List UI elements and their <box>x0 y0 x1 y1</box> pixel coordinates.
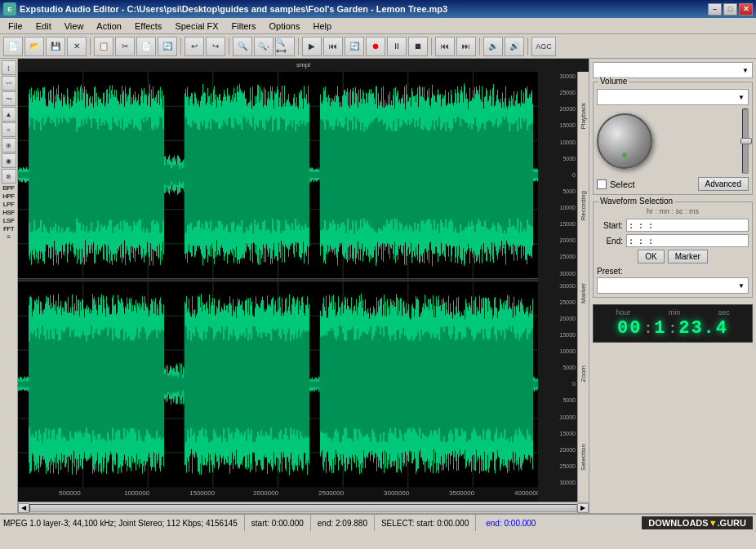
tool-cross[interactable]: ⊗ <box>2 169 16 184</box>
cut-button[interactable]: ✂ <box>115 37 135 56</box>
scroll-right-button[interactable]: ▶ <box>577 503 589 513</box>
volume-group: Volume ▼ <box>593 82 753 195</box>
start-row: Start: <box>597 219 749 232</box>
record-button[interactable]: ⏺ <box>366 37 385 56</box>
knob-indicator <box>622 153 627 157</box>
menu-options[interactable]: Options <box>263 20 307 33</box>
tool-eq[interactable]: ≡ <box>7 233 10 241</box>
tool-lsf[interactable]: LSF <box>3 217 15 224</box>
tool-wave2[interactable]: 〜 <box>2 91 16 106</box>
watermark-arrow: ▼ <box>709 518 718 528</box>
time-format-label: hr : mn : sc : ms <box>597 207 749 215</box>
tool-wave1[interactable]: 〰 <box>2 76 16 91</box>
zoom-out-button[interactable]: 🔍- <box>254 37 273 56</box>
tool-plus[interactable]: ⊕ <box>2 138 16 153</box>
tool-noise[interactable]: ≈ <box>2 122 16 137</box>
ok-button[interactable]: OK <box>638 250 664 263</box>
new-button[interactable]: 📄 <box>3 37 23 56</box>
stop-button[interactable]: ⏹ <box>408 37 428 56</box>
waveform-channel-1[interactable] <box>18 72 538 278</box>
menu-specialfx[interactable]: Special FX <box>168 20 225 33</box>
undo-button[interactable]: ↩ <box>185 37 204 56</box>
menu-view[interactable]: View <box>58 20 91 33</box>
zoom-fit-button[interactable]: 🔍⟷ <box>275 37 295 56</box>
zoom-in-button[interactable]: 🔍 <box>233 37 252 56</box>
select-end-text: end: 0:00.000 <box>486 519 536 528</box>
end-input[interactable] <box>626 234 749 247</box>
refresh-button[interactable]: 🔄 <box>158 37 177 56</box>
waveform-selection-label: Waveform Selection <box>598 197 674 206</box>
scroll-left-button[interactable]: ◀ <box>18 503 29 513</box>
preset-row: Preset: ▼ <box>597 267 749 294</box>
tool-hsf[interactable]: HSF <box>2 209 15 216</box>
toolbar-separator-6 <box>479 38 480 55</box>
watermark-domain: .GURU <box>718 518 746 528</box>
menu-filters[interactable]: Filters <box>225 20 263 33</box>
scroll-track[interactable] <box>29 504 577 512</box>
app-icon: E <box>3 2 16 15</box>
select-label: Select <box>610 179 635 189</box>
menu-edit[interactable]: Edit <box>29 20 58 33</box>
minimize-button[interactable]: – <box>708 3 722 15</box>
end-label: End: <box>597 237 623 246</box>
waveform-area[interactable]: 500000 1000000 1500000 2000000 2500000 3… <box>18 72 538 502</box>
save-button[interactable]: 💾 <box>46 37 65 56</box>
volume-slider-track[interactable] <box>742 108 749 174</box>
volume-slider-thumb[interactable] <box>740 138 752 144</box>
preset-dropdown[interactable]: ▼ <box>597 277 749 294</box>
next-button[interactable]: ⏭ <box>456 37 476 56</box>
horizontal-scrollbar[interactable]: ◀ ▶ <box>18 502 589 513</box>
volume-slider-container <box>742 108 749 174</box>
start-input[interactable] <box>626 219 749 232</box>
loop-button[interactable]: 🔄 <box>345 37 364 56</box>
tool-arrow[interactable]: ↕ <box>2 60 16 75</box>
menu-help[interactable]: Help <box>306 20 338 33</box>
menu-action[interactable]: Action <box>90 20 128 33</box>
advanced-button[interactable]: Advanced <box>698 177 749 191</box>
watermark-text: DOWNLOADS <box>648 518 708 528</box>
format-text: MPEG 1.0 layer-3; 44,100 kHz; Joint Ster… <box>3 519 238 528</box>
label-recording: Recording <box>578 189 589 222</box>
tool-circle[interactable]: ◉ <box>2 153 16 168</box>
ws-buttons: OK Marker <box>597 250 749 263</box>
volume-knob[interactable] <box>597 113 652 169</box>
play-button[interactable]: ▶ <box>302 37 322 56</box>
tool-bpf[interactable]: BPF <box>2 184 15 192</box>
open-button[interactable]: 📂 <box>24 37 44 56</box>
status-bar: MPEG 1.0 layer-3; 44,100 kHz; Joint Ster… <box>0 513 756 531</box>
tool-fft[interactable]: FFT <box>3 225 14 232</box>
paste-button[interactable]: 📄 <box>136 37 156 56</box>
rewind-button[interactable]: ⏮ <box>323 37 343 56</box>
min-label-clock: min <box>669 308 681 317</box>
select-checkbox[interactable] <box>597 179 607 189</box>
tool-hpf[interactable]: HPF <box>2 193 15 200</box>
waveform-channel-2[interactable] <box>18 281 538 488</box>
vol-up-button[interactable]: 🔊 <box>505 37 524 56</box>
sec-label: sec <box>718 308 730 317</box>
tool-peak[interactable]: ▲ <box>2 107 16 122</box>
agc-button[interactable]: AGC <box>531 37 556 56</box>
volume-dropdown[interactable]: ▼ <box>597 89 749 105</box>
toolbar-separator-1 <box>90 38 91 55</box>
pause-button[interactable]: ⏸ <box>387 37 407 56</box>
close-file-button[interactable]: ✕ <box>67 37 87 56</box>
menu-effects[interactable]: Effects <box>128 20 168 33</box>
time-ruler: 500000 1000000 1500000 2000000 2500000 3… <box>18 487 538 502</box>
clock-area: hour min sec 00 : 1 : 23.4 <box>593 304 753 343</box>
scale-panel: 30000 25000 20000 15000 10000 5000 0 500… <box>538 72 577 502</box>
menu-file[interactable]: File <box>2 20 29 33</box>
maximize-button[interactable]: □ <box>723 3 737 15</box>
device-dropdown-arrow: ▼ <box>742 67 749 74</box>
marker-button[interactable]: Marker <box>668 250 708 263</box>
vol-down-button[interactable]: 🔉 <box>483 37 503 56</box>
scroll-thumb[interactable] <box>30 505 576 511</box>
scale-header: smpl <box>18 59 589 72</box>
toolbar-separator-3 <box>229 38 229 55</box>
copy-button[interactable]: 📋 <box>94 37 113 56</box>
close-button[interactable]: ✕ <box>739 3 753 15</box>
device-dropdown[interactable]: ▼ <box>593 62 753 78</box>
tool-lpf[interactable]: LPF <box>3 201 15 208</box>
toolbar: 📄 📂 💾 ✕ 📋 ✂ 📄 🔄 ↩ ↪ 🔍 🔍- 🔍⟷ ▶ ⏮ 🔄 ⏺ ⏸ ⏹ … <box>0 34 756 59</box>
redo-button[interactable]: ↪ <box>206 37 225 56</box>
prev-button[interactable]: ⏮ <box>435 37 455 56</box>
